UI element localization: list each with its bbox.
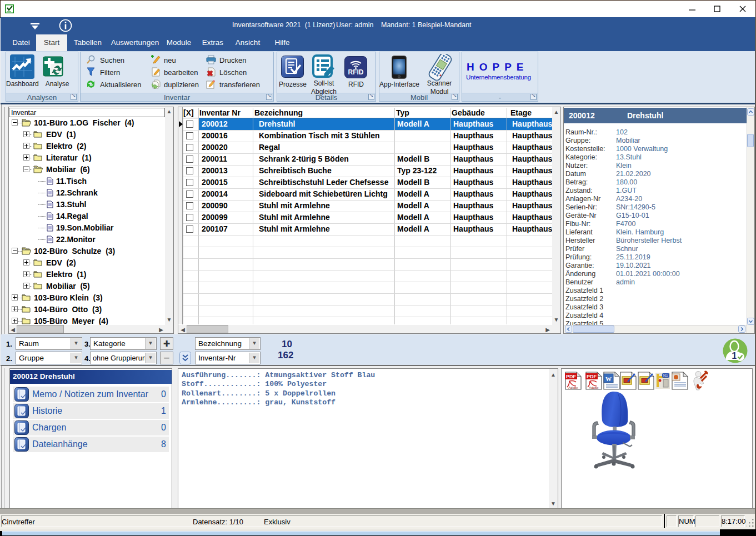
svg-text:PDF: PDF (587, 374, 597, 379)
svg-text:RFID: RFID (348, 68, 364, 76)
svg-text:W: W (605, 375, 612, 382)
svg-text:911: 911 (663, 374, 668, 377)
svg-text:Adobe: Adobe (568, 386, 578, 389)
svg-text:PDF: PDF (566, 374, 577, 379)
svg-text:Adobe: Adobe (589, 386, 599, 389)
